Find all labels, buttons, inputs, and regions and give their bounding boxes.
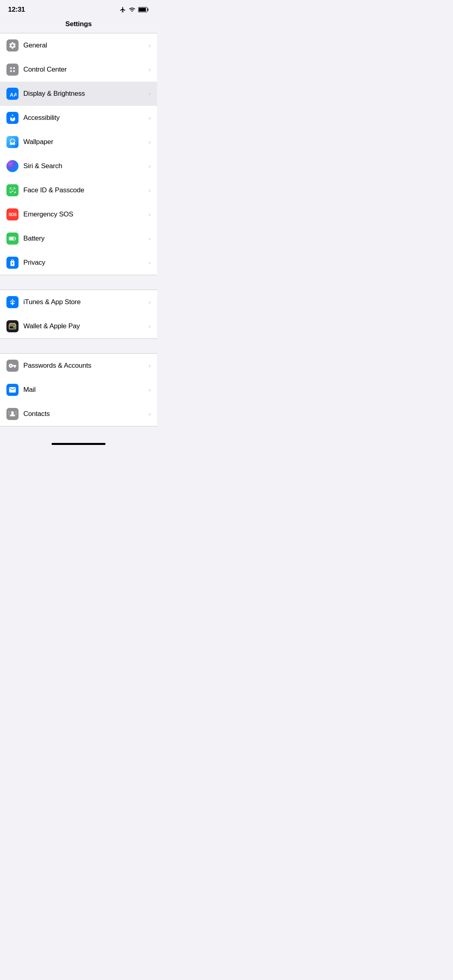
home-bar: [0, 434, 157, 448]
svg-rect-2: [148, 8, 149, 11]
privacy-icon: [6, 257, 19, 269]
svg-rect-22: [16, 411, 17, 412]
svg-text:AA: AA: [10, 92, 17, 98]
svg-rect-20: [8, 413, 10, 414]
contacts-chevron: ›: [149, 411, 151, 417]
battery-label: Battery: [23, 235, 145, 243]
mail-chevron: ›: [149, 387, 151, 393]
control-center-icon: [6, 64, 19, 76]
siri-icon: [6, 160, 19, 172]
settings-row-face-id[interactable]: Face ID & Passcode ›: [0, 178, 157, 202]
settings-row-display-brightness[interactable]: AA Display & Brightness ›: [0, 82, 157, 106]
status-time: 12:31: [8, 6, 25, 14]
face-id-chevron: ›: [149, 187, 151, 194]
group-gap-2: [0, 339, 157, 353]
settings-row-wallpaper[interactable]: Wallpaper ›: [0, 130, 157, 154]
bottom-padding: [0, 426, 157, 434]
mail-label: Mail: [23, 386, 145, 394]
wallet-icon: [6, 320, 19, 332]
settings-row-passwords[interactable]: Passwords & Accounts ›: [0, 354, 157, 378]
app-store-chevron: ›: [149, 299, 151, 305]
accessibility-label: Accessibility: [23, 114, 145, 122]
display-brightness-chevron: ›: [149, 91, 151, 97]
svg-point-9: [11, 140, 12, 141]
svg-rect-23: [16, 413, 17, 414]
accessibility-chevron: ›: [149, 115, 151, 121]
group-gap-1: [0, 275, 157, 290]
settings-row-contacts[interactable]: Contacts ›: [0, 402, 157, 426]
svg-rect-14: [15, 238, 16, 239]
passwords-label: Passwords & Accounts: [23, 362, 145, 370]
wallpaper-chevron: ›: [149, 139, 151, 145]
svg-rect-24: [16, 414, 17, 415]
accessibility-icon: [6, 112, 19, 124]
app-store-icon: [6, 296, 19, 308]
settings-row-mail[interactable]: Mail ›: [0, 378, 157, 402]
svg-rect-4: [13, 67, 15, 69]
svg-rect-5: [10, 70, 12, 72]
contacts-label: Contacts: [23, 410, 145, 418]
siri-chevron: ›: [149, 163, 151, 169]
passwords-icon: [6, 360, 19, 372]
svg-rect-21: [8, 414, 10, 415]
passwords-chevron: ›: [149, 362, 151, 369]
settings-row-general[interactable]: General ›: [0, 33, 157, 58]
svg-point-18: [11, 411, 14, 414]
svg-point-8: [12, 115, 13, 116]
control-center-label: Control Center: [23, 66, 145, 74]
settings-row-emergency-sos[interactable]: SOS Emergency SOS ›: [0, 202, 157, 226]
wallet-label: Wallet & Apple Pay: [23, 322, 145, 330]
status-bar: 12:31: [0, 0, 157, 17]
svg-rect-16: [9, 325, 16, 327]
svg-rect-6: [13, 70, 15, 72]
nav-bar: Settings: [0, 17, 157, 33]
wifi-icon: [128, 6, 136, 13]
airplane-icon: [120, 6, 126, 13]
privacy-label: Privacy: [23, 259, 145, 267]
general-chevron: ›: [149, 42, 151, 49]
svg-rect-1: [139, 8, 146, 12]
home-indicator: [52, 443, 105, 445]
svg-point-11: [12, 141, 13, 142]
svg-rect-13: [10, 237, 14, 240]
settings-row-battery[interactable]: Battery ›: [0, 226, 157, 251]
wallpaper-label: Wallpaper: [23, 138, 145, 146]
display-brightness-label: Display & Brightness: [23, 90, 145, 98]
svg-point-10: [13, 140, 14, 141]
contacts-icon: [6, 408, 19, 420]
settings-row-privacy[interactable]: Privacy ›: [0, 251, 157, 275]
status-icons: [120, 6, 149, 13]
siri-label: Siri & Search: [23, 162, 145, 170]
wallpaper-icon: [6, 136, 19, 148]
wallet-chevron: ›: [149, 323, 151, 329]
mail-icon: [6, 384, 19, 396]
privacy-chevron: ›: [149, 259, 151, 266]
emergency-sos-chevron: ›: [149, 211, 151, 218]
svg-rect-17: [13, 326, 15, 328]
battery-chevron: ›: [149, 235, 151, 242]
general-label: General: [23, 41, 145, 49]
face-id-icon: [6, 184, 19, 196]
settings-row-wallet[interactable]: Wallet & Apple Pay ›: [0, 314, 157, 338]
app-store-label: iTunes & App Store: [23, 298, 145, 306]
emergency-sos-icon: SOS: [6, 208, 19, 220]
general-icon: [6, 39, 19, 51]
settings-row-siri[interactable]: Siri & Search ›: [0, 154, 157, 178]
settings-row-app-store[interactable]: iTunes & App Store ›: [0, 290, 157, 314]
settings-group-3: Passwords & Accounts › Mail › Conta: [0, 353, 157, 426]
display-brightness-icon: AA: [6, 88, 19, 100]
control-center-chevron: ›: [149, 66, 151, 73]
svg-rect-3: [10, 67, 12, 69]
page-title: Settings: [65, 20, 91, 28]
settings-group-1: General › Control Center › AA Display & …: [0, 33, 157, 275]
settings-row-control-center[interactable]: Control Center ›: [0, 58, 157, 82]
face-id-label: Face ID & Passcode: [23, 186, 145, 194]
settings-group-2: iTunes & App Store › Wallet & Apple Pay …: [0, 290, 157, 339]
settings-row-accessibility[interactable]: Accessibility ›: [0, 106, 157, 130]
battery-status-icon: [138, 7, 149, 12]
svg-rect-19: [8, 411, 10, 412]
emergency-sos-label: Emergency SOS: [23, 210, 145, 218]
battery-row-icon: [6, 233, 19, 245]
